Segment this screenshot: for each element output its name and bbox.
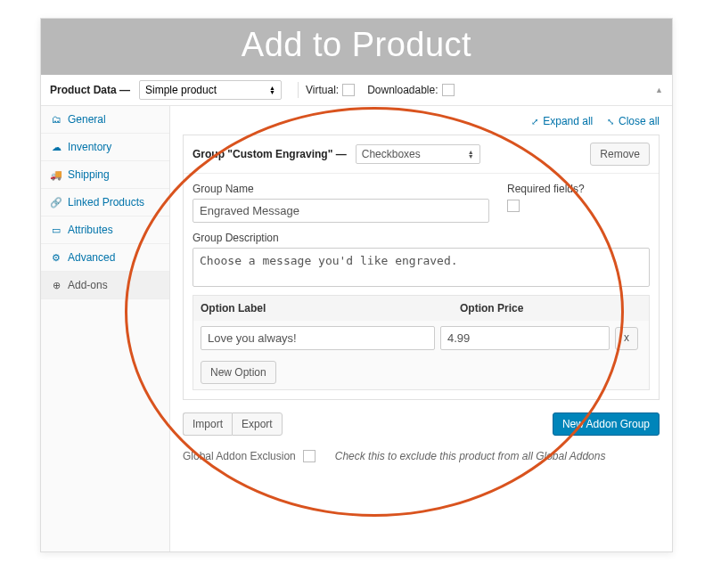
sidebar-item-general[interactable]: 🗂 General [41, 106, 169, 134]
sidebar-item-label: Advanced [68, 251, 115, 264]
sidebar-item-label: Attributes [68, 224, 113, 236]
select-arrows-icon: ▲▼ [468, 150, 474, 159]
group-body: Group Name Required fields? Group Descri… [184, 174, 659, 399]
product-type-select[interactable]: Simple product ▲▼ [139, 80, 282, 100]
main-content: ⤢ Expand all ⤡ Close all Group "Custom E… [170, 106, 672, 551]
close-all-label: Close all [619, 115, 660, 127]
product-data-label: Product Data — [50, 84, 130, 96]
sidebar-item-inventory[interactable]: ☁ Inventory [41, 134, 169, 161]
new-option-button[interactable]: New Option [201, 361, 276, 384]
inventory-icon: ☁ [50, 142, 62, 153]
required-fields-checkbox[interactable] [507, 200, 520, 212]
sidebar-item-advanced[interactable]: ⚙ Advanced [41, 244, 169, 272]
shipping-icon: 🚚 [50, 169, 62, 181]
sidebar-item-addons[interactable]: ⊕ Add-ons [41, 272, 169, 299]
divider [298, 82, 299, 98]
advanced-icon: ⚙ [50, 252, 62, 264]
sidebar-item-shipping[interactable]: 🚚 Shipping [41, 161, 169, 189]
sidebar-item-label: Linked Products [68, 196, 144, 208]
group-type-value: Checkboxes [362, 148, 421, 160]
option-price-input[interactable] [440, 326, 610, 350]
product-data-panel: Add to Product Product Data — Simple pro… [40, 18, 673, 552]
import-label: Import [193, 418, 223, 430]
group-head-label: Group "Custom Engraving" — [193, 148, 347, 160]
sidebar-item-attributes[interactable]: ▭ Attributes [41, 216, 169, 244]
close-all-link[interactable]: ⤡ Close all [603, 115, 660, 127]
linked-icon: 🔗 [50, 197, 62, 208]
global-exclusion-checkbox[interactable] [303, 450, 316, 462]
expand-icon: ⤢ [531, 117, 538, 127]
sidebar-item-label: Inventory [68, 141, 111, 153]
required-fields-label: Required fields? [507, 183, 650, 195]
options-table-footer: New Option [193, 355, 649, 389]
downloadable-label: Downloadable: [367, 84, 438, 96]
new-option-label: New Option [210, 366, 266, 379]
addon-group-box: Group "Custom Engraving" — Checkboxes ▲▼… [183, 135, 660, 400]
panel-body: 🗂 General ☁ Inventory 🚚 Shipping 🔗 Linke… [41, 106, 672, 551]
banner: Add to Product [41, 19, 672, 75]
virtual-label: Virtual: [306, 84, 339, 96]
option-price-header: Option Price [453, 296, 622, 321]
banner-title: Add to Product [242, 26, 471, 63]
expand-all-link[interactable]: ⤢ Expand all [529, 115, 594, 127]
group-type-select[interactable]: Checkboxes ▲▼ [356, 144, 480, 164]
x-label: x [624, 331, 629, 344]
group-head: Group "Custom Engraving" — Checkboxes ▲▼… [184, 135, 659, 174]
group-name-label: Group Name [193, 183, 489, 195]
remove-group-button[interactable]: Remove [590, 143, 650, 166]
new-addon-group-button[interactable]: New Addon Group [553, 412, 660, 436]
expand-all-label: Expand all [543, 115, 593, 127]
group-description-input[interactable] [193, 248, 650, 287]
option-label-header: Option Label [193, 296, 453, 321]
options-table-head: Option Label Option Price [193, 296, 649, 321]
collapse-panel-icon[interactable]: ▲ [655, 86, 663, 94]
remove-option-button[interactable]: x [615, 327, 638, 350]
options-table: Option Label Option Price [193, 295, 650, 390]
new-addon-group-label: New Addon Group [562, 418, 650, 430]
select-arrows-icon: ▲▼ [269, 86, 275, 94]
group-actions-row: Import Export New Addon Group [183, 412, 660, 436]
sidebar-item-label: Add-ons [68, 279, 108, 291]
close-icon: ⤡ [607, 117, 614, 127]
general-icon: 🗂 [50, 114, 62, 125]
addons-icon: ⊕ [50, 280, 62, 291]
sidebar-item-linked-products[interactable]: 🔗 Linked Products [41, 189, 169, 216]
virtual-checkbox[interactable] [342, 84, 355, 96]
group-name-input[interactable] [193, 199, 489, 223]
group-description-label: Group Description [193, 232, 650, 244]
sidebar: 🗂 General ☁ Inventory 🚚 Shipping 🔗 Linke… [41, 106, 170, 551]
attributes-icon: ▭ [50, 225, 62, 236]
export-label: Export [242, 418, 273, 430]
product-type-value: Simple product [145, 84, 217, 96]
sidebar-item-label: General [68, 113, 106, 126]
global-exclusion-label: Global Addon Exclusion [183, 450, 296, 462]
sidebar-item-label: Shipping [68, 168, 110, 181]
downloadable-checkbox[interactable] [442, 84, 455, 96]
panel-header: Product Data — Simple product ▲▼ Virtual… [41, 75, 672, 106]
global-exclusion-hint: Check this to exclude this product from … [335, 450, 606, 462]
option-row: x [193, 321, 649, 355]
import-button[interactable]: Import [183, 412, 232, 436]
remove-label: Remove [600, 148, 640, 160]
export-button[interactable]: Export [232, 412, 283, 436]
expand-collapse-row: ⤢ Expand all ⤡ Close all [183, 115, 660, 127]
global-exclusion-row: Global Addon Exclusion Check this to exc… [183, 450, 660, 462]
option-label-input[interactable] [201, 326, 435, 350]
